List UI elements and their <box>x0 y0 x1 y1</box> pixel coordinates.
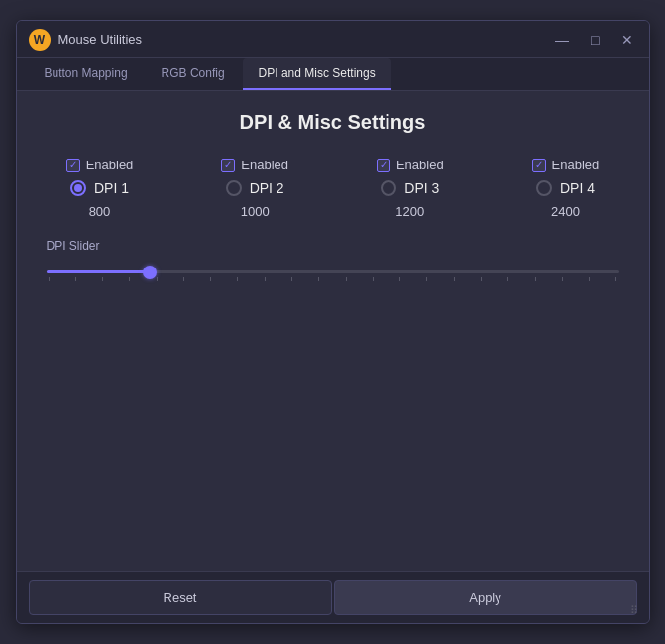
slider-track[interactable] <box>47 270 619 273</box>
tick-6 <box>183 277 184 281</box>
window-title: Mouse Utilities <box>58 32 143 47</box>
slider-container <box>47 263 619 289</box>
dpi2-radio[interactable] <box>226 180 242 196</box>
dpi3-column: Enabled DPI 3 1200 <box>361 158 460 219</box>
dpi4-label: DPI 4 <box>560 180 595 196</box>
dpi1-enabled-label: Enabled <box>86 158 134 172</box>
tick-19 <box>535 277 536 281</box>
dpi4-value: 2400 <box>551 204 580 219</box>
app-icon: W <box>29 29 51 51</box>
dpi2-label: DPI 2 <box>250 180 284 196</box>
tab-rgb-config[interactable]: RGB Config <box>146 58 241 90</box>
tick-5 <box>157 277 158 281</box>
tick-18 <box>507 277 508 281</box>
tick-20 <box>562 277 563 281</box>
slider-thumb[interactable] <box>143 266 157 279</box>
tick-4 <box>129 277 130 281</box>
page-title: DPI & Misc Settings <box>41 111 625 134</box>
dpi3-value: 1200 <box>395 204 424 219</box>
dpi-section: Enabled DPI 1 800 Enabled <box>41 158 625 219</box>
slider-fill <box>47 270 150 273</box>
reset-button[interactable]: Reset <box>29 580 332 615</box>
dpi1-value: 800 <box>89 204 111 219</box>
dpi3-radio[interactable] <box>381 180 396 196</box>
tick-16 <box>454 277 455 281</box>
slider-label: DPI Slider <box>47 239 619 253</box>
dpi1-label: DPI 1 <box>94 180 129 196</box>
footer: Reset Apply <box>17 571 649 623</box>
dpi2-enabled-label: Enabled <box>241 158 288 172</box>
dpi2-enabled-row: Enabled <box>221 158 288 172</box>
resize-handle[interactable]: ⠿ <box>630 604 642 616</box>
dpi3-enabled-row: Enabled <box>377 158 444 172</box>
dpi4-enabled-row: Enabled <box>532 158 600 172</box>
slider-section: DPI Slider <box>41 239 625 289</box>
dpi1-column: Enabled DPI 1 800 <box>51 158 150 219</box>
tick-15 <box>426 277 427 281</box>
dpi3-enabled-label: Enabled <box>396 158 444 172</box>
tick-11 <box>318 277 319 281</box>
tick-14 <box>399 277 400 281</box>
minimize-button[interactable]: — <box>551 31 573 49</box>
tab-button-mapping[interactable]: Button Mapping <box>29 58 144 90</box>
tick-22 <box>615 277 616 281</box>
tick-13 <box>373 277 374 281</box>
dpi1-enabled-checkbox[interactable] <box>66 159 80 172</box>
main-content: DPI & Misc Settings Enabled DPI 1 800 <box>17 91 649 571</box>
tick-1 <box>49 277 50 281</box>
tab-bar: Button Mapping RGB Config DPI and Misc S… <box>17 58 649 91</box>
dpi4-column: Enabled DPI 4 2400 <box>515 158 614 219</box>
dpi2-radio-row: DPI 2 <box>226 180 284 196</box>
tick-7 <box>210 277 211 281</box>
tick-8 <box>237 277 238 281</box>
slider-ticks <box>47 277 619 281</box>
dpi1-radio[interactable] <box>70 180 86 196</box>
tick-3 <box>102 277 103 281</box>
dpi2-value: 1000 <box>241 204 270 219</box>
dpi4-enabled-checkbox[interactable] <box>532 159 546 172</box>
tick-2 <box>75 277 76 281</box>
close-button[interactable]: ✕ <box>617 31 637 49</box>
tick-9 <box>265 277 266 281</box>
tick-17 <box>481 277 482 281</box>
tick-12 <box>346 277 347 281</box>
dpi3-radio-row: DPI 3 <box>381 180 439 196</box>
dpi4-radio-row: DPI 4 <box>536 180 595 196</box>
maximize-button[interactable]: □ <box>587 31 603 49</box>
app-window: W Mouse Utilities — □ ✕ Button Mapping R… <box>16 20 650 624</box>
titlebar-controls: — □ ✕ <box>551 31 636 49</box>
apply-button[interactable]: Apply <box>334 580 637 615</box>
dpi2-enabled-checkbox[interactable] <box>221 159 235 172</box>
dpi2-column: Enabled DPI 2 1000 <box>205 158 304 219</box>
titlebar-left: W Mouse Utilities <box>29 29 143 51</box>
titlebar: W Mouse Utilities — □ ✕ <box>17 21 649 58</box>
dpi4-enabled-label: Enabled <box>552 158 600 172</box>
tab-dpi-misc[interactable]: DPI and Misc Settings <box>243 58 391 90</box>
dpi3-label: DPI 3 <box>404 180 439 196</box>
tick-21 <box>589 277 590 281</box>
tick-10 <box>291 277 292 281</box>
dpi3-enabled-checkbox[interactable] <box>377 159 390 172</box>
dpi1-enabled-row: Enabled <box>66 158 134 172</box>
dpi1-radio-row: DPI 1 <box>70 180 129 196</box>
dpi4-radio[interactable] <box>536 180 552 196</box>
